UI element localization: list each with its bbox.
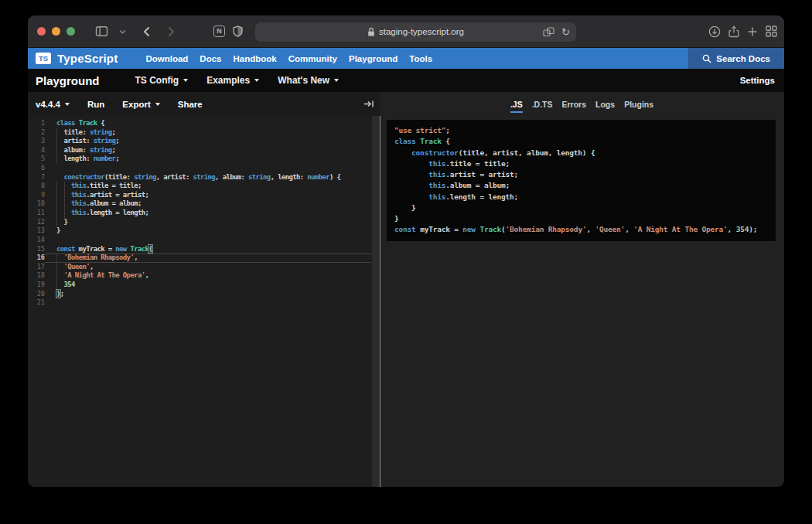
run-button[interactable]: Run [87, 100, 104, 109]
share-icon[interactable] [728, 26, 739, 38]
indent-guide [56, 209, 57, 218]
line-content [45, 164, 371, 173]
editor-scrollbar[interactable] [372, 116, 380, 487]
settings-button[interactable]: Settings [740, 76, 776, 85]
export-dropdown[interactable]: Export [122, 100, 159, 109]
tab-js[interactable]: .JS [510, 97, 523, 111]
line-content: title: string; [45, 128, 371, 138]
site-nav-docs[interactable]: Docs [200, 54, 221, 63]
line-number: 18 [28, 271, 45, 281]
search-docs-button[interactable]: Search Docs [688, 48, 784, 69]
minimize-window-button[interactable] [52, 27, 60, 36]
code-line-8[interactable]: 8 this.title = title; [28, 182, 380, 191]
output-line-7: this.length = length; [394, 192, 768, 202]
open-sidebar-icon[interactable] [363, 99, 374, 109]
site-nav-tools[interactable]: Tools [409, 54, 432, 63]
tab-plugins[interactable]: Plugins [624, 97, 653, 111]
code-line-12[interactable]: 12 } [28, 218, 380, 227]
search-docs-label: Search Docs [716, 54, 770, 63]
line-content: length: number; [45, 155, 371, 164]
line-content: this.album = album; [45, 199, 371, 209]
page-title: Playground [36, 74, 100, 87]
tab-errors[interactable]: Errors [562, 97, 587, 111]
code-line-14[interactable]: 14 [28, 236, 380, 245]
line-number: 4 [28, 146, 45, 155]
code-line-13[interactable]: 13} [28, 226, 380, 236]
line-content [45, 236, 371, 245]
output-line-10: const myTrack = new Track('Bohemian Rhap… [394, 224, 768, 235]
code-line-1[interactable]: 1class Track { [28, 119, 380, 128]
zoom-window-button[interactable] [67, 27, 75, 36]
indent-guide [56, 218, 57, 227]
code-line-11[interactable]: 11 this.length = length; [28, 209, 380, 218]
output-line-1: "use strict"; [394, 125, 768, 136]
code-line-15[interactable]: 15const myTrack = new Track( [28, 245, 380, 254]
address-bar[interactable]: staging-typescript.org ↻ [255, 22, 576, 42]
shield-extension-icon[interactable] [233, 26, 243, 37]
code-line-17[interactable]: 17 'Queen', [28, 263, 380, 272]
forward-button[interactable] [168, 26, 175, 37]
code-line-16[interactable]: 16 'Bohemian Rhapsody', [28, 253, 380, 263]
line-content: 'A Night At The Opera', [45, 271, 371, 281]
code-line-19[interactable]: 19 354 [28, 281, 380, 290]
site-brand[interactable]: TypeScript [57, 52, 118, 65]
sidebar-tabs: .JS.D.TSErrorsLogsPlugins [380, 92, 784, 116]
indent-guide [56, 191, 57, 200]
back-button[interactable] [143, 26, 150, 37]
code-line-3[interactable]: 3 artist: string; [28, 137, 380, 146]
code-line-6[interactable]: 6 [28, 164, 380, 173]
line-number: 9 [28, 191, 45, 200]
line-number: 14 [28, 236, 45, 245]
line-content: this.title = title; [45, 182, 371, 191]
editor-toolbar: v4.4.4 Run Export Share [28, 92, 380, 116]
line-content: } [45, 226, 371, 236]
tab-overview-icon[interactable] [766, 26, 777, 37]
code-line-7[interactable]: 7 constructor(title: string, artist: str… [28, 173, 380, 182]
site-nav-download[interactable]: Download [145, 54, 188, 63]
downloads-icon[interactable] [708, 26, 721, 38]
line-content: 354 [45, 281, 371, 290]
sidebar-chevron-down-icon[interactable] [119, 29, 126, 34]
site-nav-community[interactable]: Community [288, 54, 337, 63]
line-number: 7 [28, 173, 45, 182]
sidebar-panel: "use strict";class Track { constructor(t… [380, 116, 784, 487]
reload-icon[interactable]: ↻ [561, 26, 570, 38]
code-line-4[interactable]: 4 album: string; [28, 146, 380, 155]
notion-extension-icon[interactable]: N [213, 26, 225, 37]
playground-nav: Playground TS ConfigExamplesWhat's New S… [28, 69, 784, 92]
code-line-18[interactable]: 18 'A Night At The Opera', [28, 271, 380, 281]
code-line-2[interactable]: 2 title: string; [28, 128, 380, 138]
output-line-6: this.album = album; [394, 180, 768, 191]
line-content: class Track { [45, 119, 371, 128]
tab-dts[interactable]: .D.TS [532, 97, 553, 111]
sidebar-icon[interactable] [95, 26, 108, 37]
code-editor[interactable]: 1class Track {2 title: string;3 artist: … [28, 116, 380, 487]
line-content: this.length = length; [45, 209, 371, 218]
toolbar-row: v4.4.4 Run Export Share .JS.D.TSErrorsLo… [28, 92, 784, 116]
menu-examples[interactable]: Examples [206, 75, 259, 86]
close-window-button[interactable] [37, 27, 46, 36]
menu-what-s-new[interactable]: What's New [278, 75, 339, 86]
code-line-21[interactable]: 21 [28, 298, 380, 308]
site-nav-handbook[interactable]: Handbook [233, 54, 276, 63]
indent-guide [56, 263, 57, 272]
share-button[interactable]: Share [178, 100, 203, 109]
output-line-3: constructor(title, artist, album, length… [394, 148, 768, 158]
indent-guide [56, 281, 57, 290]
translate-icon[interactable] [543, 27, 554, 37]
code-line-10[interactable]: 10 this.album = album; [28, 199, 380, 209]
new-tab-icon[interactable] [747, 26, 758, 37]
line-number: 10 [28, 199, 45, 209]
line-number: 3 [28, 137, 45, 146]
lock-icon [367, 27, 375, 37]
version-dropdown[interactable]: v4.4.4 [36, 100, 70, 109]
code-line-20[interactable]: 20); [28, 290, 380, 299]
tab-logs[interactable]: Logs [595, 97, 615, 111]
site-nav-playground[interactable]: Playground [349, 54, 397, 63]
line-content: 'Queen', [45, 263, 371, 272]
typescript-logo[interactable]: TS [36, 53, 51, 64]
line-content: this.artist = artist; [45, 191, 371, 200]
menu-ts-config[interactable]: TS Config [135, 75, 189, 86]
code-line-5[interactable]: 5 length: number; [28, 155, 380, 164]
code-line-9[interactable]: 9 this.artist = artist; [28, 191, 380, 200]
